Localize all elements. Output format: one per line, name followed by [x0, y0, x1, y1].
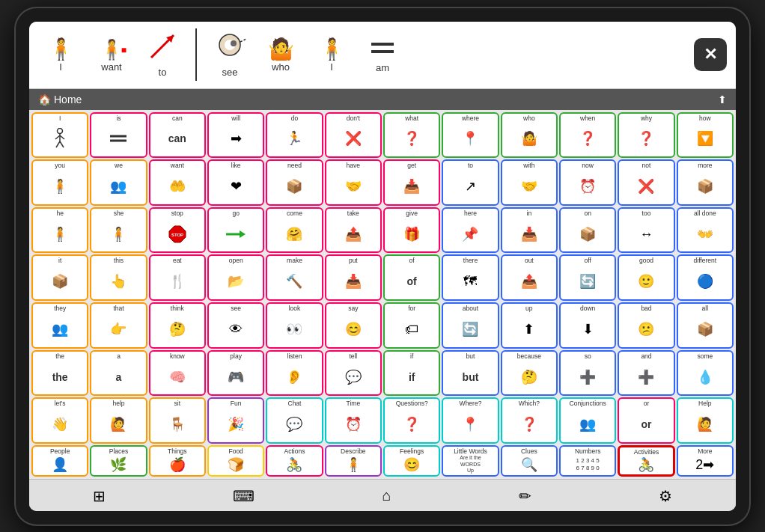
grid-cell[interactable]: there🗺	[442, 254, 499, 301]
grid-cell[interactable]: you🧍	[31, 159, 88, 206]
sentence-word-5[interactable]: 🤷 who	[258, 37, 303, 73]
grid-cell[interactable]: Where?📍	[442, 397, 499, 444]
grid-cell[interactable]: he🧍	[31, 207, 88, 254]
grid-cell[interactable]: ifif	[383, 350, 440, 397]
grid-cell[interactable]: Activities🚴	[618, 445, 674, 477]
grid-cell[interactable]: she🧍	[90, 207, 147, 254]
sentence-word-7[interactable]: am	[360, 37, 405, 73]
grid-cell[interactable]: up⬆	[501, 302, 558, 349]
grid-cell[interactable]: ofof	[383, 254, 440, 301]
grid-cell[interactable]: we👥	[90, 159, 147, 206]
grid-cell[interactable]: who🤷	[501, 112, 558, 159]
grid-cell[interactable]: look👀	[266, 302, 323, 349]
sentence-word-6[interactable]: 🧍 I	[309, 37, 354, 73]
grid-cell[interactable]: Places🌿	[90, 445, 147, 477]
grid-cell[interactable]: Questions?❓	[383, 397, 440, 444]
grid-cell[interactable]: Which?❓	[501, 397, 558, 444]
close-button[interactable]: ✕	[694, 38, 727, 71]
grid-cell[interactable]: where📍	[442, 112, 499, 159]
grid-cell[interactable]: good🙂	[618, 254, 674, 301]
grid-cell[interactable]: eat🍴	[149, 254, 206, 301]
grid-cell[interactable]: on📦	[559, 207, 616, 254]
grid-cell[interactable]: bad😕	[618, 302, 674, 349]
nav-pencil[interactable]: ✏	[507, 484, 543, 508]
grid-cell[interactable]: get📥	[383, 159, 440, 206]
grid-cell[interactable]: More2➡	[677, 445, 734, 477]
grid-cell[interactable]: go	[207, 207, 264, 254]
sentence-word-1[interactable]: 🧍 I	[38, 37, 83, 73]
grid-cell[interactable]: Things🍎	[149, 445, 206, 477]
grid-cell[interactable]: all done👐	[677, 207, 734, 254]
grid-cell[interactable]: for🏷	[383, 302, 440, 349]
grid-cell[interactable]: when❓	[559, 112, 616, 159]
grid-cell[interactable]: stop STOP	[149, 207, 206, 254]
sentence-word-2[interactable]: 🧍■ want	[89, 37, 134, 73]
grid-cell[interactable]: have🤝	[325, 159, 382, 206]
grid-cell[interactable]: Little WordsAre It theWORDSUp	[442, 445, 499, 477]
grid-cell[interactable]: this👆	[90, 254, 147, 301]
grid-cell[interactable]: People👤	[31, 445, 88, 477]
grid-cell[interactable]: that👉	[90, 302, 147, 349]
grid-cell[interactable]: Time⏰	[325, 397, 382, 444]
grid-cell[interactable]: Help🙋	[677, 397, 734, 444]
grid-cell[interactable]: like❤	[207, 159, 264, 206]
nav-keyboard[interactable]: ⌨	[221, 484, 266, 508]
grid-cell[interactable]: make🔨	[266, 254, 323, 301]
grid-cell[interactable]: Feelings😊	[383, 445, 440, 477]
grid-cell[interactable]: know🧠	[149, 350, 206, 397]
grid-cell[interactable]: come🤗	[266, 207, 323, 254]
grid-cell[interactable]: do🏃	[266, 112, 323, 159]
grid-cell[interactable]: see👁	[207, 302, 264, 349]
grid-cell[interactable]: put📥	[325, 254, 382, 301]
nav-settings[interactable]: ⚙	[647, 484, 684, 508]
grid-cell[interactable]: think🤔	[149, 302, 206, 349]
grid-cell[interactable]: it📦	[31, 254, 88, 301]
grid-cell[interactable]: and➕	[618, 350, 674, 397]
grid-cell[interactable]: so➕	[559, 350, 616, 397]
grid-cell[interactable]: oror	[618, 397, 674, 444]
nav-home[interactable]: ⌂	[370, 484, 403, 507]
grid-cell[interactable]: not❌	[618, 159, 674, 206]
grid-cell[interactable]: need📦	[266, 159, 323, 206]
share-button[interactable]: ⬆	[718, 94, 727, 106]
grid-cell[interactable]: is	[90, 112, 147, 159]
grid-cell[interactable]: let's👋	[31, 397, 88, 444]
grid-cell[interactable]: what❓	[383, 112, 440, 159]
grid-cell[interactable]: help🙋	[90, 397, 147, 444]
grid-cell[interactable]: because🤔	[501, 350, 558, 397]
grid-cell[interactable]: all📦	[677, 302, 734, 349]
grid-cell[interactable]: thethe	[31, 350, 88, 397]
grid-cell[interactable]: Describe🧍	[325, 445, 382, 477]
grid-cell[interactable]: Numbers1 2 3 4 56 7 8 9 0	[559, 445, 616, 477]
grid-cell[interactable]: more📦	[677, 159, 734, 206]
grid-cell[interactable]: off🔄	[559, 254, 616, 301]
nav-grid[interactable]: ⊞	[81, 484, 118, 508]
grid-cell[interactable]: some💧	[677, 350, 734, 397]
grid-cell[interactable]: about🔄	[442, 302, 499, 349]
grid-cell[interactable]: with🤝	[501, 159, 558, 206]
grid-cell[interactable]: how🔽	[677, 112, 734, 159]
grid-cell[interactable]: Clues🔍	[501, 445, 558, 477]
grid-cell[interactable]: Actions🚴	[266, 445, 323, 477]
grid-cell[interactable]: listen👂	[266, 350, 323, 397]
grid-cell[interactable]: out📤	[501, 254, 558, 301]
grid-cell[interactable]: play🎮	[207, 350, 264, 397]
grid-cell[interactable]: cancan	[149, 112, 206, 159]
grid-cell[interactable]: give🎁	[383, 207, 440, 254]
home-nav[interactable]: 🏠 Home	[38, 94, 82, 106]
grid-cell[interactable]: sit🪑	[149, 397, 206, 444]
grid-cell[interactable]: Food🍞	[207, 445, 264, 477]
grid-cell[interactable]: aa	[90, 350, 147, 397]
grid-cell[interactable]: don't❌	[325, 112, 382, 159]
grid-cell[interactable]: tell💬	[325, 350, 382, 397]
grid-cell[interactable]: different🔵	[677, 254, 734, 301]
grid-cell[interactable]: say😊	[325, 302, 382, 349]
grid-cell[interactable]: Chat💬	[266, 397, 323, 444]
grid-cell[interactable]: I	[31, 112, 88, 159]
grid-cell[interactable]: to↗	[442, 159, 499, 206]
grid-cell[interactable]: why❓	[618, 112, 674, 159]
grid-cell[interactable]: open📂	[207, 254, 264, 301]
grid-cell[interactable]: too↔	[618, 207, 674, 254]
grid-cell[interactable]: now⏰	[559, 159, 616, 206]
sentence-word-4[interactable]: see	[207, 31, 252, 78]
